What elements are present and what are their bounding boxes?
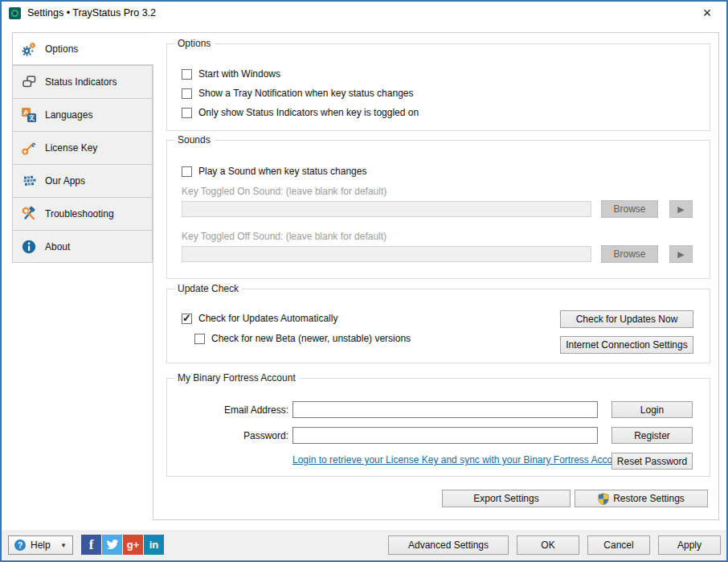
group-title: Sounds (174, 134, 214, 146)
tab-label: Our Apps (45, 175, 85, 187)
tab-our-apps[interactable]: Our Apps (12, 164, 153, 197)
export-settings-button[interactable]: Export Settings (442, 490, 571, 507)
tab-languages[interactable]: A Languages (12, 98, 153, 131)
key-off-sound-input[interactable] (182, 246, 591, 262)
tab-label: About (45, 241, 70, 252)
help-label: Help (31, 539, 51, 551)
google-plus-icon[interactable]: g+ (123, 535, 143, 555)
close-icon[interactable]: × (697, 3, 717, 23)
checkbox-play-sound[interactable]: Play a Sound when key status changes (182, 166, 366, 177)
key-icon (21, 140, 37, 156)
checkbox-box[interactable] (182, 88, 192, 99)
button-label: Login (640, 404, 664, 416)
button-label: Export Settings (473, 493, 538, 504)
gears-icon (21, 41, 37, 57)
button-label: OK (541, 539, 554, 551)
button-label: Reset Password (617, 456, 687, 467)
tab-label: Languages (45, 109, 92, 121)
check-updates-now-button[interactable]: Check for Updates Now (560, 310, 693, 328)
social-links: f g+ in (81, 535, 164, 555)
key-off-sound-label: Key Toggled Off Sound: (leave blank for … (182, 231, 386, 242)
tab-about[interactable]: About (12, 230, 153, 263)
login-retrieve-link[interactable]: Login to retrieve your License Key and s… (292, 454, 598, 466)
app-grid-icon (21, 173, 37, 189)
button-label: Browse (613, 203, 645, 215)
settings-panel: Options Start with Windows Show a Tray N… (153, 32, 719, 520)
checkbox-label: Start with Windows (198, 68, 280, 80)
settings-window: Settings • TrayStatus Pro 3.2 × Options … (0, 0, 728, 562)
restore-settings-button[interactable]: Restore Settings (575, 490, 708, 507)
email-field[interactable] (292, 401, 598, 418)
tools-icon (21, 206, 37, 222)
play-off-button[interactable]: ▶ (669, 245, 693, 263)
checkbox-tray-notification[interactable]: Show a Tray Notification when key status… (182, 88, 413, 99)
uac-shield-icon (598, 493, 609, 505)
options-group: Options Start with Windows Show a Tray N… (166, 43, 710, 131)
help-icon: ? (14, 539, 26, 551)
internet-connection-settings-button[interactable]: Internet Connection Settings (560, 336, 693, 354)
account-group: My Binary Fortress Account Email Address… (166, 378, 710, 477)
twitter-icon[interactable] (102, 535, 122, 555)
button-label: Cancel (603, 539, 633, 551)
password-field[interactable] (292, 427, 598, 444)
checkbox-label: Play a Sound when key status changes (198, 166, 366, 177)
key-on-sound-label: Key Toggled On Sound: (leave blank for d… (182, 186, 386, 197)
help-dropdown-button[interactable]: ? Help ▼ (8, 535, 73, 555)
chevron-down-icon: ▼ (60, 542, 67, 549)
play-icon: ▶ (677, 205, 684, 214)
group-title: Options (174, 38, 214, 49)
update-check-group: Update Check Check for Updates Automatic… (166, 289, 710, 363)
tab-license-key[interactable]: License Key (12, 131, 153, 164)
translate-icon: A (21, 107, 37, 123)
group-title: Update Check (174, 283, 242, 294)
register-button[interactable]: Register (611, 427, 693, 444)
login-button[interactable]: Login (611, 401, 693, 418)
info-icon (21, 239, 37, 255)
tab-options[interactable]: Options (12, 32, 153, 65)
facebook-icon[interactable]: f (81, 535, 101, 555)
button-label: Browse (613, 248, 645, 260)
checkbox-box[interactable] (194, 334, 205, 344)
group-title: My Binary Fortress Account (174, 372, 299, 384)
tab-label: Options (45, 43, 78, 55)
button-label: Internet Connection Settings (566, 339, 687, 351)
checkbox-box[interactable] (182, 314, 192, 324)
tab-status-indicators[interactable]: Status Indicators (12, 65, 153, 98)
button-label: Check for Updates Now (576, 314, 678, 325)
bottom-bar: ? Help ▼ f g+ in Advanced Settings OK Ca… (2, 530, 726, 560)
checkbox-box[interactable] (182, 69, 192, 80)
advanced-settings-button[interactable]: Advanced Settings (388, 535, 509, 555)
sounds-group: Sounds Play a Sound when key status chan… (166, 140, 710, 279)
checkbox-check-updates[interactable]: Check for Updates Automatically (182, 313, 337, 324)
checkbox-only-show-toggled[interactable]: Only show Status Indicators when key is … (182, 107, 419, 118)
window-title: Settings • TrayStatus Pro 3.2 (27, 7, 156, 18)
checkbox-label: Only show Status Indicators when key is … (198, 107, 419, 118)
cancel-button[interactable]: Cancel (587, 535, 650, 555)
checkbox-box[interactable] (182, 108, 192, 118)
ok-button[interactable]: OK (517, 535, 579, 555)
linkedin-icon[interactable]: in (144, 535, 164, 555)
checkbox-box[interactable] (182, 166, 192, 177)
reset-password-button[interactable]: Reset Password (611, 453, 693, 470)
tab-troubleshooting[interactable]: Troubleshooting (12, 197, 153, 230)
checkbox-start-with-windows[interactable]: Start with Windows (182, 68, 280, 80)
play-on-button[interactable]: ▶ (669, 200, 693, 218)
tab-label: Troubleshooting (45, 208, 114, 219)
email-label: Email Address: (182, 404, 288, 416)
apply-button[interactable]: Apply (658, 535, 721, 555)
title-bar: Settings • TrayStatus Pro 3.2 × (2, 2, 726, 24)
checkbox-check-beta[interactable]: Check for new Beta (newer, unstable) ver… (194, 333, 411, 344)
checkbox-label: Check for new Beta (newer, unstable) ver… (211, 333, 411, 344)
button-label: Advanced Settings (408, 539, 489, 551)
checkbox-label: Show a Tray Notification when key status… (198, 88, 413, 99)
key-on-sound-input[interactable] (182, 201, 591, 217)
tab-label: Status Indicators (45, 76, 117, 88)
password-label: Password: (182, 430, 288, 441)
tab-label: License Key (45, 142, 97, 154)
play-icon: ▶ (677, 250, 684, 259)
browse-on-button[interactable]: Browse (601, 200, 658, 218)
traystatus-icon (9, 7, 21, 19)
button-label: Apply (677, 539, 701, 551)
button-label: Restore Settings (613, 493, 685, 504)
browse-off-button[interactable]: Browse (601, 245, 658, 263)
